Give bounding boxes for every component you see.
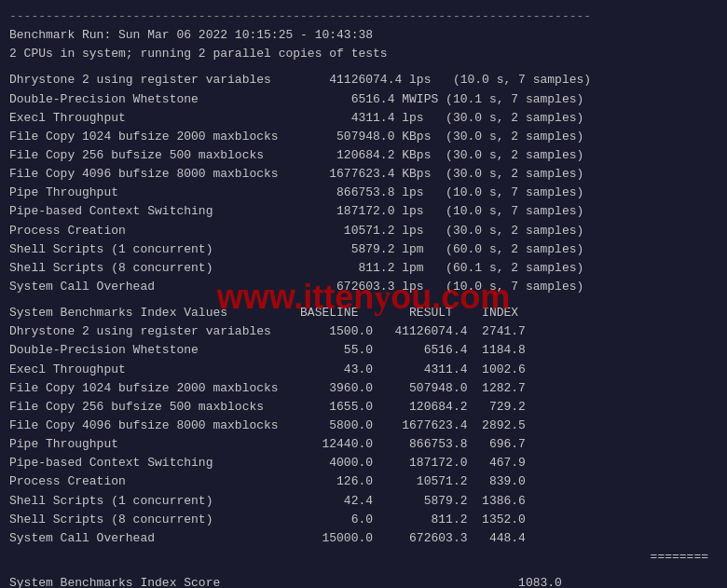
index-row-8: Process Creation 126.0 10571.2 839.0: [9, 472, 718, 491]
index-row-2: Execl Throughput 43.0 4311.4 1002.6: [9, 361, 718, 379]
result-row-7: Pipe-based Context Switching 187172.0 lp…: [9, 202, 718, 221]
result-row-10: Shell Scripts (8 concurrent) 811.2 lpm (…: [9, 259, 718, 278]
result-row-5: File Copy 4096 bufsize 8000 maxblocks 16…: [9, 165, 718, 184]
index-row-4: File Copy 256 bufsize 500 maxblocks 1655…: [9, 398, 718, 417]
index-header: System Benchmarks Index Values BASELINE …: [9, 304, 718, 322]
result-row-0: Dhrystone 2 using register variables 411…: [9, 71, 718, 89]
terminal-window: ----------------------------------------…: [9, 7, 718, 588]
results-section: Dhrystone 2 using register variables 411…: [9, 71, 718, 296]
score-separator-line: ========: [9, 548, 718, 567]
index-section: Dhrystone 2 using register variables 150…: [9, 322, 718, 548]
index-row-6: Pipe Throughput 12440.0 866753.8 696.7: [9, 435, 718, 454]
benchmark-header2: 2 CPUs in system; running 2 parallel cop…: [9, 45, 718, 63]
result-row-8: Process Creation 10571.2 lps (30.0 s, 2 …: [9, 222, 718, 240]
index-row-11: System Call Overhead 15000.0 672603.3 44…: [9, 529, 718, 548]
index-row-0: Dhrystone 2 using register variables 150…: [9, 322, 718, 341]
index-row-10: Shell Scripts (8 concurrent) 6.0 811.2 1…: [9, 511, 718, 529]
result-row-4: File Copy 256 bufsize 500 maxblocks 1206…: [9, 146, 718, 165]
index-row-3: File Copy 1024 bufsize 2000 maxblocks 39…: [9, 379, 718, 398]
index-row-5: File Copy 4096 bufsize 8000 maxblocks 58…: [9, 417, 718, 435]
index-row-7: Pipe-based Context Switching 4000.0 1871…: [9, 454, 718, 472]
score-line: System Benchmarks Index Score 1083.0: [9, 574, 718, 588]
index-row-9: Shell Scripts (1 concurrent) 42.4 5879.2…: [9, 492, 718, 511]
index-row-1: Double-Precision Whetstone 55.0 6516.4 1…: [9, 341, 718, 360]
result-row-9: Shell Scripts (1 concurrent) 5879.2 lpm …: [9, 240, 718, 259]
result-row-11: System Call Overhead 672603.3 lps (10.0 …: [9, 278, 718, 296]
result-row-6: Pipe Throughput 866753.8 lps (10.0 s, 7 …: [9, 184, 718, 202]
result-row-1: Double-Precision Whetstone 6516.4 MWIPS …: [9, 90, 718, 109]
separator-top: ----------------------------------------…: [9, 7, 718, 26]
benchmark-header1: Benchmark Run: Sun Mar 06 2022 10:15:25 …: [9, 26, 718, 45]
result-row-2: Execl Throughput 4311.4 lps (30.0 s, 2 s…: [9, 109, 718, 128]
result-row-3: File Copy 1024 bufsize 2000 maxblocks 50…: [9, 128, 718, 146]
